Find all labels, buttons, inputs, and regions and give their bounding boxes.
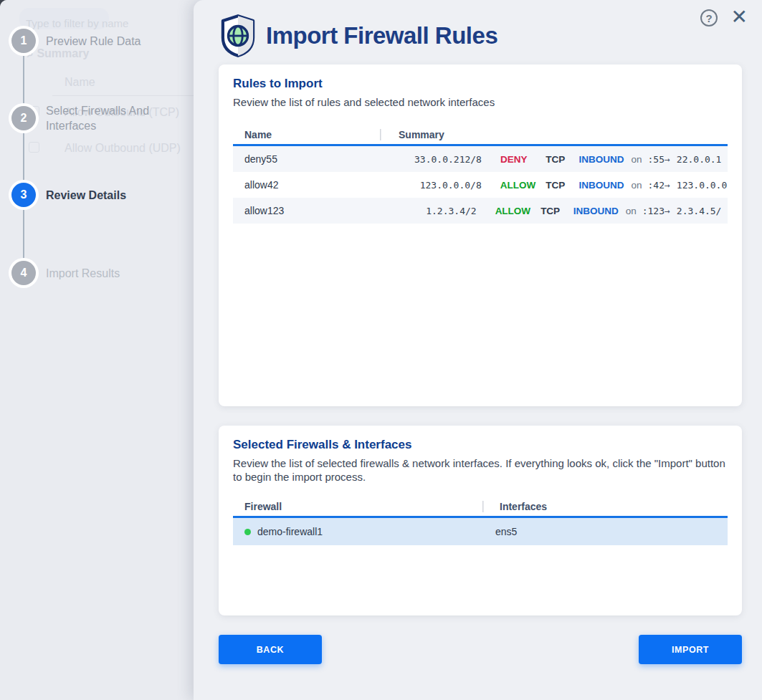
step-4-label: Import Results bbox=[46, 266, 175, 281]
rule-destination-wrap: → 123.0.0.0 bbox=[665, 180, 728, 191]
rule-action-badge: ALLOW bbox=[500, 180, 536, 191]
firewall-row-demo-firewall1: demo-firewall1 ens5 bbox=[233, 518, 728, 545]
arrow-right-icon: → bbox=[665, 206, 670, 216]
rule-protocol: TCP bbox=[546, 154, 568, 165]
step-1-preview-rule-data[interactable]: 1 Preview Rule Data bbox=[0, 29, 168, 53]
rule-direction: INBOUND bbox=[578, 180, 624, 191]
ghost-divider bbox=[52, 95, 194, 96]
step-3-label: Review Details bbox=[46, 188, 175, 203]
shield-globe-icon bbox=[219, 12, 257, 59]
rule-name: deny55 bbox=[233, 153, 380, 165]
rules-to-import-card: Rules to Import Review the list of rules… bbox=[219, 64, 742, 406]
import-dialog-panel: ? ✕ Import Firewall Rules Rules to Impor… bbox=[194, 0, 762, 700]
step-4-number: 4 bbox=[11, 261, 36, 285]
rule-destination: 2.3.4.5/ bbox=[677, 206, 722, 216]
rule-destination-wrap: → 22.0.0.1 bbox=[665, 154, 728, 165]
step-connector-line bbox=[23, 41, 24, 274]
firewalls-card-title: Selected Firewalls & Interfaces bbox=[233, 438, 728, 452]
step-2-number: 2 bbox=[11, 106, 36, 130]
step-4-import-results[interactable]: 4 Import Results bbox=[0, 261, 175, 285]
rule-port: :55 bbox=[648, 154, 665, 165]
step-2-select-firewalls[interactable]: 2 Select Firewalls And Interfaces bbox=[0, 103, 178, 133]
rule-source: 1.2.3.4/2 bbox=[377, 206, 477, 216]
rules-card-title: Rules to Import bbox=[233, 77, 728, 91]
rule-row-allow42: allow42 123.0.0.0/8 ALLOW TCP INBOUND on… bbox=[233, 172, 728, 198]
rule-direction: INBOUND bbox=[573, 206, 619, 216]
rule-on-label: on bbox=[631, 154, 642, 165]
rule-on-label: on bbox=[631, 180, 642, 191]
rule-row-allow123: allow123 1.2.3.4/2 ALLOW TCP INBOUND on … bbox=[233, 198, 728, 224]
back-button[interactable]: BACK bbox=[219, 635, 322, 664]
rule-row-deny55: deny55 33.0.0.212/8 DENY TCP INBOUND on … bbox=[233, 146, 728, 172]
rule-protocol: TCP bbox=[546, 180, 568, 191]
column-header-summary[interactable]: Summary bbox=[383, 129, 444, 140]
rule-name: allow42 bbox=[233, 179, 380, 191]
ghost-udp-label: Allow Outbound (UDP) bbox=[65, 142, 181, 155]
column-resize-handle[interactable] bbox=[482, 501, 484, 512]
step-1-number: 1 bbox=[11, 29, 36, 53]
rule-name: allow123 bbox=[233, 205, 377, 216]
step-3-number: 3 bbox=[11, 183, 36, 207]
close-icon[interactable]: ✕ bbox=[731, 6, 748, 28]
arrow-right-icon: → bbox=[665, 180, 670, 191]
firewalls-table-header: Firewall Interfaces bbox=[233, 497, 728, 518]
ghost-checkbox-udp bbox=[29, 142, 39, 153]
interfaces-cell: ens5 bbox=[481, 526, 517, 537]
step-3-review-details[interactable]: 3 Review Details bbox=[0, 183, 175, 207]
rules-table: Name Summary deny55 33.0.0.212/8 DENY TC… bbox=[233, 125, 728, 224]
help-icon[interactable]: ? bbox=[700, 9, 718, 27]
column-header-firewall[interactable]: Firewall bbox=[233, 501, 481, 512]
dialog-footer: BACK IMPORT bbox=[219, 635, 742, 664]
firewalls-card-subtitle: Review the list of selected firewalls & … bbox=[233, 456, 728, 484]
rule-source: 123.0.0.0/8 bbox=[380, 180, 482, 191]
dialog-title: Import Firewall Rules bbox=[266, 22, 497, 49]
ghost-name-header: Name bbox=[65, 76, 95, 89]
ghost-filter-input bbox=[19, 8, 109, 29]
dialog-header: Import Firewall Rules bbox=[219, 0, 742, 56]
firewall-name: demo-firewall1 bbox=[257, 526, 323, 537]
selected-firewalls-card: Selected Firewalls & Interfaces Review t… bbox=[219, 426, 742, 615]
rule-action-badge: DENY bbox=[500, 154, 535, 165]
firewall-cell: demo-firewall1 bbox=[233, 526, 481, 537]
rules-card-subtitle: Review the list of rules and selected ne… bbox=[233, 95, 728, 109]
rule-port: :123 bbox=[642, 206, 665, 216]
online-status-icon bbox=[244, 529, 251, 535]
rule-source: 33.0.0.212/8 bbox=[380, 154, 482, 165]
import-wizard-overlay: Type to filter by name ⌕ Summary Name Al… bbox=[0, 0, 762, 700]
column-header-interfaces[interactable]: Interfaces bbox=[485, 501, 547, 512]
rule-destination: 123.0.0.0 bbox=[677, 180, 727, 191]
import-button[interactable]: IMPORT bbox=[639, 635, 742, 664]
step-2-label: Select Firewalls And Interfaces bbox=[46, 103, 178, 133]
rule-on-label: on bbox=[626, 206, 637, 216]
rule-protocol: TCP bbox=[540, 206, 563, 216]
rule-destination: 22.0.0.1 bbox=[677, 154, 722, 165]
column-header-name[interactable]: Name bbox=[233, 129, 378, 140]
step-1-label: Preview Rule Data bbox=[46, 34, 168, 49]
rule-action-badge: ALLOW bbox=[495, 206, 531, 216]
wizard-step-rail: Type to filter by name ⌕ Summary Name Al… bbox=[0, 0, 194, 700]
rules-table-header: Name Summary bbox=[233, 125, 728, 146]
rule-direction: INBOUND bbox=[578, 154, 624, 165]
arrow-right-icon: → bbox=[665, 154, 670, 165]
column-resize-handle[interactable] bbox=[380, 129, 381, 140]
rule-port: :42 bbox=[648, 180, 665, 191]
rule-destination-wrap: → 2.3.4.5/ bbox=[665, 206, 728, 216]
firewalls-table: Firewall Interfaces demo-firewall1 ens5 bbox=[233, 497, 728, 545]
